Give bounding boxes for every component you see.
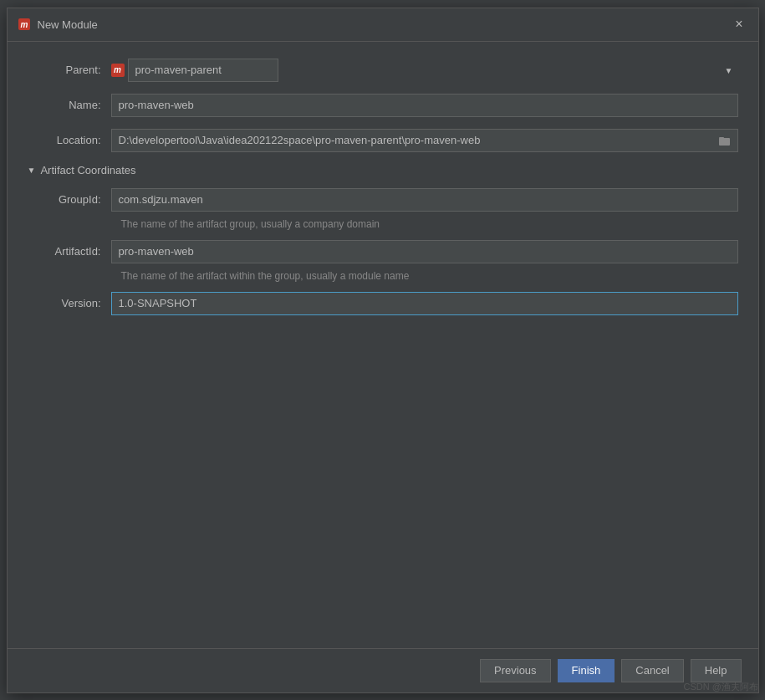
name-input[interactable] xyxy=(111,94,738,117)
location-input[interactable] xyxy=(111,129,712,152)
artifactid-hint: The name of the artifact within the grou… xyxy=(111,270,738,282)
previous-button[interactable]: Previous xyxy=(480,659,551,682)
name-row: Name: xyxy=(28,94,738,117)
watermark: CSDN @渔夫阿布 xyxy=(684,681,758,693)
version-control xyxy=(111,292,738,315)
svg-text:m: m xyxy=(20,20,28,29)
artifactid-control xyxy=(111,240,738,263)
location-row: Location: xyxy=(28,129,738,152)
svg-rect-3 xyxy=(719,137,724,139)
groupid-control xyxy=(111,188,738,212)
groupid-input[interactable] xyxy=(111,188,738,212)
artifact-section-header: ▼ Artifact Coordinates xyxy=(28,164,738,176)
close-button[interactable]: × xyxy=(730,16,747,33)
title-bar-left: m New Module xyxy=(18,18,98,31)
location-label: Location: xyxy=(28,134,111,146)
dialog-title: New Module xyxy=(38,18,98,31)
parent-label: Parent: xyxy=(28,64,111,76)
artifactid-row: ArtifactId: xyxy=(28,240,738,263)
dialog-icon: m xyxy=(18,18,31,31)
svg-rect-2 xyxy=(719,138,730,146)
parent-dropdown-container: m pro-maven-parent ▼ xyxy=(111,59,738,82)
dialog-footer: Previous Finish Cancel Help xyxy=(8,648,758,692)
maven-icon: m xyxy=(111,64,125,77)
parent-control: m pro-maven-parent ▼ xyxy=(111,59,738,82)
name-label: Name: xyxy=(28,99,111,111)
groupid-row: GroupId: xyxy=(28,188,738,212)
title-bar: m New Module × xyxy=(8,8,758,42)
dialog-body: Parent: m pro-maven-parent ▼ Name: Locat… xyxy=(8,42,758,648)
artifact-section-title: Artifact Coordinates xyxy=(40,164,135,176)
version-row: Version: xyxy=(28,292,738,315)
chevron-down-icon: ▼ xyxy=(725,65,733,74)
collapse-arrow-icon[interactable]: ▼ xyxy=(28,166,36,175)
folder-icon xyxy=(719,135,731,146)
artifactid-input[interactable] xyxy=(111,240,738,263)
parent-row: Parent: m pro-maven-parent ▼ xyxy=(28,59,738,82)
groupid-hint: The name of the artifact group, usually … xyxy=(111,218,738,230)
help-button[interactable]: Help xyxy=(691,659,742,682)
finish-button[interactable]: Finish xyxy=(558,659,615,682)
parent-dropdown[interactable]: pro-maven-parent xyxy=(128,59,278,82)
name-control xyxy=(111,94,738,117)
browse-button[interactable] xyxy=(712,129,738,152)
location-input-wrap xyxy=(111,129,738,152)
location-control xyxy=(111,129,738,152)
artifactid-label: ArtifactId: xyxy=(28,245,111,258)
groupid-label: GroupId: xyxy=(28,193,111,206)
version-label: Version: xyxy=(28,297,111,309)
cancel-button[interactable]: Cancel xyxy=(621,659,683,682)
version-input[interactable] xyxy=(111,292,738,315)
new-module-dialog: m New Module × Parent: m pro-maven-paren… xyxy=(7,8,759,693)
